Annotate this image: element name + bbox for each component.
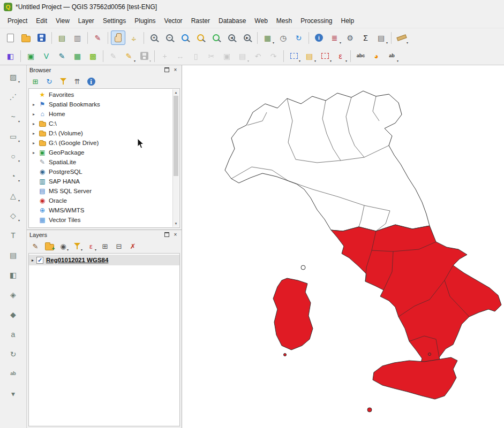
save-project-icon[interactable] <box>34 30 49 45</box>
scroll-down-icon[interactable]: ▼ <box>173 220 179 227</box>
zoom-next-icon[interactable]: ▸ <box>240 30 254 45</box>
zoom-to-layer-icon[interactable] <box>209 30 223 45</box>
new-project-icon[interactable] <box>3 30 18 45</box>
browser-item-oracle[interactable]: ◉Oracle <box>29 196 172 205</box>
scrollbar-thumb[interactable] <box>174 96 178 176</box>
delete-selected-icon[interactable]: ▯ <box>189 49 203 63</box>
browser-item-geopackage[interactable]: ▸▣GeoPackage <box>29 148 172 157</box>
expand-arrow-icon[interactable]: ▸ <box>30 131 37 136</box>
layer-labeling-icon[interactable]: abc <box>353 49 368 63</box>
layer-diagram-icon[interactable]: ◕ <box>369 49 383 63</box>
browser-item-postgresql[interactable]: ◉PostgreSQL <box>29 167 172 177</box>
menu-vector[interactable]: Vector <box>160 16 187 26</box>
digitize-regular-polygon-icon[interactable]: ◇▾ <box>6 208 20 223</box>
collapse-all-layers-icon[interactable]: ⊟ <box>113 240 125 252</box>
processing-toolbox-icon[interactable]: ⚙ <box>343 30 357 45</box>
expand-all-icon[interactable]: ⊞ <box>99 240 111 252</box>
zoom-in-icon[interactable]: + <box>147 30 161 45</box>
move-feature-icon[interactable]: ↔ <box>173 49 187 63</box>
new-spatialite-layer-icon[interactable]: ✎ <box>55 49 69 63</box>
manage-map-themes-icon[interactable]: ◉▾ <box>57 240 69 252</box>
layer-visibility-checkbox[interactable]: ✓ <box>36 257 43 264</box>
menu-layer[interactable]: Layer <box>74 16 99 26</box>
browser-item-favorites[interactable]: ★Favorites <box>29 90 172 100</box>
style-manager-icon[interactable]: ✎ <box>91 30 105 45</box>
close-browser-icon[interactable]: × <box>172 66 179 73</box>
browser-item-xyz-tiles[interactable]: ▦XYZ Tiles <box>29 225 172 228</box>
toolbar-extension-icon[interactable]: ▾ <box>6 386 20 401</box>
browser-scrollbar[interactable]: ▲ ▼ <box>172 89 179 227</box>
pan-map-icon[interactable] <box>111 30 125 45</box>
menu-raster[interactable]: Raster <box>187 16 214 26</box>
browser-item-spatial-bookmarks[interactable]: ▸⚑Spatial Bookmarks <box>29 100 172 109</box>
menu-plugins[interactable]: Plugins <box>130 16 160 26</box>
collapse-all-icon[interactable]: ⇈ <box>71 75 83 87</box>
expand-arrow-icon[interactable]: ▸ <box>30 121 37 126</box>
statistical-summary-icon[interactable]: Σ <box>358 30 373 45</box>
filter-browser-icon[interactable] <box>57 75 69 87</box>
new-geopackage-layer-icon[interactable]: ▣ <box>24 49 38 63</box>
rotate-label-icon[interactable]: ↻ <box>6 347 20 361</box>
measure-icon[interactable]: ▾ <box>394 30 409 45</box>
toggle-editing-icon[interactable]: ✎ <box>106 49 121 63</box>
new-print-layout-icon[interactable]: ▤ <box>55 30 69 45</box>
temporal-controller-icon[interactable]: ◷ <box>276 30 290 45</box>
change-label-icon[interactable]: ab <box>6 366 20 381</box>
zoom-out-icon[interactable]: − <box>162 30 177 45</box>
scroll-up-icon[interactable]: ▲ <box>173 89 179 96</box>
browser-item-sap-hana[interactable]: ▥SAP HANA <box>29 177 172 186</box>
menu-processing[interactable]: Processing <box>296 16 336 26</box>
menu-edit[interactable]: Edit <box>32 16 51 26</box>
expand-arrow-icon[interactable]: ▸ <box>29 258 36 263</box>
remove-layer-icon[interactable]: ✗ <box>127 240 139 252</box>
data-source-manager-icon[interactable]: ◧ <box>3 49 18 63</box>
layer-item[interactable]: ▸✓Reg01012021 WGS84 <box>29 255 179 265</box>
map-canvas[interactable] <box>182 65 504 428</box>
run-feature-action-icon[interactable]: ≣▾ <box>327 30 342 45</box>
copy-features-icon[interactable]: ▣ <box>220 49 234 63</box>
html-annotation-icon[interactable]: ◧ <box>6 268 20 282</box>
open-project-icon[interactable] <box>19 30 33 45</box>
properties-widget-icon[interactable]: i <box>85 75 97 87</box>
browser-item-home[interactable]: ▸⌂Home <box>29 109 172 119</box>
close-layers-icon[interactable]: × <box>172 231 179 238</box>
new-shapefile-layer-icon[interactable]: V <box>39 49 54 63</box>
browser-item-c[interactable]: ▸C:\ <box>29 119 172 128</box>
menu-database[interactable]: Database <box>214 16 250 26</box>
open-layer-styling-icon[interactable]: ✎ <box>29 240 41 252</box>
show-layout-manager-icon[interactable]: ▥ <box>70 30 85 45</box>
digitize-polygon-icon[interactable]: △▾ <box>6 188 20 203</box>
svg-annotation-icon[interactable]: ◈ <box>6 287 20 302</box>
new-virtual-layer-icon[interactable]: ▦ <box>70 49 85 63</box>
digitize-rectangle-icon[interactable]: ▭▾ <box>6 129 20 143</box>
browser-item-ms-sql-server[interactable]: ▤MS SQL Server <box>29 186 172 196</box>
refresh-browser-icon[interactable]: ↻ <box>43 75 55 87</box>
add-selected-layers-icon[interactable]: ⊞ <box>29 75 41 87</box>
cut-features-icon[interactable]: ✂ <box>204 49 219 63</box>
select-by-expression-icon[interactable]: ε▾ <box>333 49 348 63</box>
text-annotation-icon[interactable]: T <box>6 228 20 242</box>
scrollbar-track[interactable] <box>173 176 179 220</box>
undock-layers-icon[interactable] <box>163 231 170 238</box>
undo-icon[interactable]: ↶ <box>251 49 265 63</box>
move-label-icon[interactable]: a <box>6 327 20 341</box>
expand-arrow-icon[interactable]: ▸ <box>30 102 37 107</box>
digitize-line-icon[interactable]: ⋰ <box>6 89 20 104</box>
menu-help[interactable]: Help <box>337 16 359 26</box>
pin-labels-tool-icon[interactable]: ◆ <box>6 307 20 322</box>
paste-features-icon[interactable]: ▤▾ <box>235 49 250 63</box>
new-mesh-layer-icon[interactable]: ▩ <box>86 49 100 63</box>
browser-item-d-volume[interactable]: ▸D:\ (Volume) <box>29 128 172 138</box>
select-features-icon[interactable]: ▾ <box>287 49 301 63</box>
expand-arrow-icon[interactable]: ▸ <box>30 112 37 117</box>
browser-item-vector-tiles[interactable]: ▦Vector Tiles <box>29 215 172 225</box>
undock-browser-icon[interactable] <box>163 66 170 73</box>
deselect-features-icon[interactable]: ▾ <box>318 49 332 63</box>
menu-view[interactable]: View <box>51 16 74 26</box>
add-feature-icon[interactable]: + <box>157 49 172 63</box>
identify-features-icon[interactable]: i <box>312 30 326 45</box>
pan-to-selection-icon[interactable] <box>126 30 141 45</box>
filter-by-expression-icon[interactable]: ε▾ <box>85 240 97 252</box>
pin-labels-icon[interactable]: ab▾ <box>385 49 399 63</box>
refresh-map-icon[interactable]: ↻ <box>291 30 306 45</box>
